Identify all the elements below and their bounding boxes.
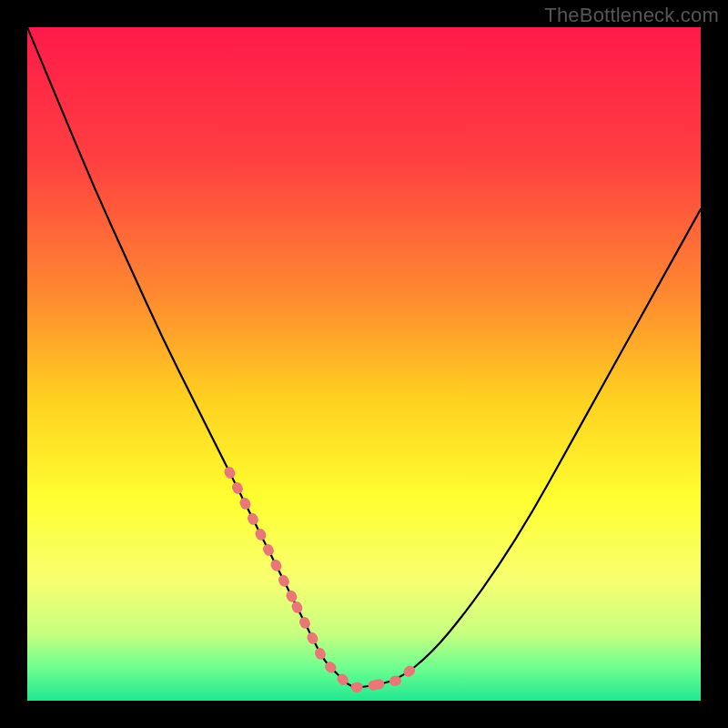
plot-area	[27, 27, 701, 701]
gradient-background	[27, 27, 701, 701]
plot-svg	[27, 27, 701, 701]
chart-frame: TheBottleneck.com	[0, 0, 728, 728]
watermark-text: TheBottleneck.com	[544, 4, 719, 27]
